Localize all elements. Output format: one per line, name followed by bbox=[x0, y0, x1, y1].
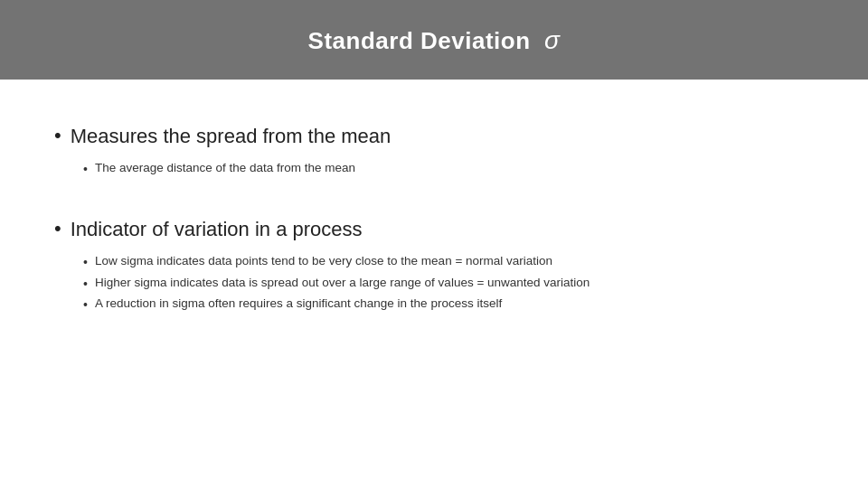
bullet-2-sub-1-dot: • bbox=[83, 255, 88, 269]
bullet-2-text: Indicator of variation in a process bbox=[71, 216, 363, 243]
bullet-2-primary: • Indicator of variation in a process bbox=[54, 216, 814, 243]
bullet-2-sub-3-dot: • bbox=[83, 297, 88, 312]
bullet-1-sub-1-text: The average distance of the data from th… bbox=[95, 159, 355, 177]
section-gap bbox=[54, 185, 814, 202]
bullet-1-sub-1-dot: • bbox=[83, 162, 88, 176]
bullet-2-sub-2-text: Higher sigma indicates data is spread ou… bbox=[95, 274, 590, 292]
bullet-2-dot: • bbox=[54, 217, 61, 240]
bullet-2-sub-2: • Higher sigma indicates data is spread … bbox=[83, 274, 814, 292]
bullet-2-sub-2-dot: • bbox=[83, 277, 88, 291]
bullet-1-sub-1: • The average distance of the data from … bbox=[83, 159, 814, 177]
bullet-2-sub-3-text: A reduction in sigma often requires a si… bbox=[95, 295, 502, 313]
bullet-2-sub-1: • Low sigma indicates data points tend t… bbox=[83, 252, 814, 270]
bullet-1-dot: • bbox=[54, 124, 61, 147]
header-bar: Standard Deviation σ bbox=[0, 0, 868, 80]
slide-title: Standard Deviation σ bbox=[308, 26, 561, 55]
content-area: • Measures the spread from the mean • Th… bbox=[0, 80, 868, 488]
bullet-2-sub-1-text: Low sigma indicates data points tend to … bbox=[95, 252, 552, 270]
sigma-symbol: σ bbox=[544, 26, 560, 54]
title-text: Standard Deviation bbox=[308, 27, 531, 54]
bullet-1-primary: • Measures the spread from the mean bbox=[54, 123, 814, 150]
slide: Standard Deviation σ • Measures the spre… bbox=[0, 0, 868, 488]
bullet-2-sub-3: • A reduction in sigma often requires a … bbox=[83, 295, 814, 313]
bullet-1-sub-list: • The average distance of the data from … bbox=[83, 155, 814, 181]
bullet-2-sub-list: • Low sigma indicates data points tend t… bbox=[83, 249, 814, 316]
bullet-1-text: Measures the spread from the mean bbox=[71, 123, 392, 150]
